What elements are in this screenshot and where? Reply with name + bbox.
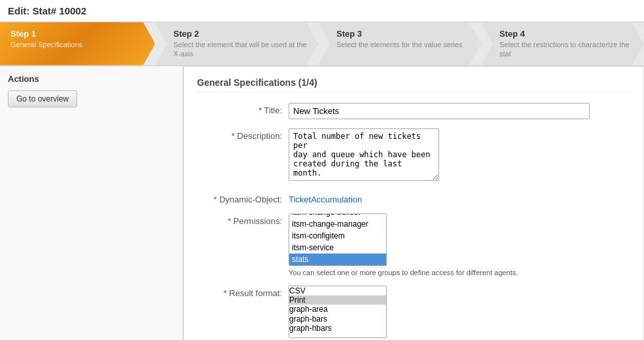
result-format-row: * Result format: CSV Print graph-area gr…	[197, 286, 630, 338]
result-format-select[interactable]: CSV Print graph-area graph-bars graph-hb…	[289, 286, 387, 338]
permissions-hint: You can select one or more groups to def…	[289, 269, 550, 276]
sidebar-actions-title: Actions	[8, 74, 175, 84]
go-to-overview-button[interactable]: Go to overview	[8, 90, 77, 107]
description-textarea[interactable]: Total number of new tickets per day and …	[289, 128, 439, 181]
permissions-field-wrapper: itsm-change-builder itsm-change-manager …	[289, 214, 590, 276]
description-label: * Description:	[197, 128, 289, 141]
result-format-field-wrapper: CSV Print graph-area graph-bars graph-hb…	[289, 286, 590, 338]
step-2-description: Select the element that will be used at …	[173, 40, 307, 59]
step-1-label: Step 1	[10, 29, 144, 39]
description-field-wrapper: Total number of new tickets per day and …	[289, 128, 590, 183]
permissions-option-configitem[interactable]: itsm-configitem	[289, 230, 386, 242]
permissions-select[interactable]: itsm-change-builder itsm-change-manager …	[289, 214, 387, 266]
step-3-label: Step 3	[336, 29, 470, 39]
step-4-description: Select the restrictions to characterize …	[499, 40, 633, 59]
main-layout: Actions Go to overview General Specifica…	[0, 66, 644, 340]
dynamic-object-value-wrapper: TicketAccumulation	[289, 192, 590, 204]
result-format-option-graph-hbars[interactable]: graph-hbars	[289, 324, 386, 333]
dynamic-object-label: * Dynamic-Object:	[197, 192, 289, 204]
result-format-option-graph-area[interactable]: graph-area	[289, 305, 386, 314]
permissions-option-stats[interactable]: stats	[289, 254, 386, 265]
permissions-select-wrapper: itsm-change-builder itsm-change-manager …	[289, 214, 387, 266]
steps-bar: Step 1 General Specifications Step 2 Sel…	[0, 22, 644, 66]
result-format-label: * Result format:	[197, 286, 289, 298]
dynamic-object-row: * Dynamic-Object: TicketAccumulation	[197, 192, 630, 204]
result-format-select-wrapper: CSV Print graph-area graph-bars graph-hb…	[289, 286, 387, 338]
page-title: Edit: Stat# 10002	[0, 0, 644, 22]
title-row: * Title:	[197, 103, 630, 119]
step-2[interactable]: Step 2 Select the element that will be u…	[155, 22, 318, 66]
description-row: * Description: Total number of new ticke…	[197, 128, 630, 183]
title-input[interactable]	[289, 103, 590, 119]
step-2-label: Step 2	[173, 29, 307, 39]
title-label: * Title:	[197, 103, 289, 115]
sidebar: Actions Go to overview	[0, 66, 183, 340]
step-4-label: Step 4	[499, 29, 633, 39]
result-format-option-graph-bars[interactable]: graph-bars	[289, 314, 386, 324]
permissions-option-change-manager[interactable]: itsm-change-manager	[289, 218, 386, 230]
dynamic-object-value: TicketAccumulation	[289, 192, 590, 204]
title-field-wrapper	[289, 103, 590, 119]
step-1[interactable]: Step 1 General Specifications	[0, 22, 155, 66]
result-format-option-print[interactable]: Print	[289, 295, 386, 305]
step-3-description: Select the elements for the value series	[336, 40, 470, 49]
result-format-option-csv[interactable]: CSV	[289, 286, 386, 295]
permissions-option-change-builder[interactable]: itsm-change-builder	[289, 214, 386, 218]
permissions-label: * Permissions:	[197, 214, 289, 226]
permissions-row: * Permissions: itsm-change-builder itsm-…	[197, 214, 630, 276]
step-1-description: General Specifications	[10, 40, 144, 49]
content-area: General Specifications (1/4) * Title: * …	[183, 66, 644, 340]
section-title: General Specifications (1/4)	[197, 77, 630, 92]
step-3[interactable]: Step 3 Select the elements for the value…	[318, 22, 481, 66]
step-4[interactable]: Step 4 Select the restrictions to charac…	[481, 22, 644, 66]
permissions-option-service[interactable]: itsm-service	[289, 242, 386, 254]
